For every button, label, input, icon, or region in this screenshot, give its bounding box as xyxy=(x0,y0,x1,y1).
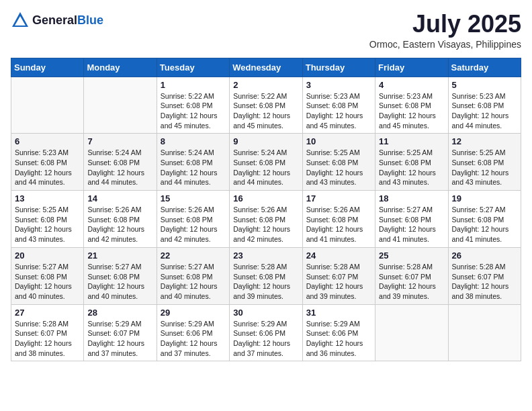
calendar-cell: 24Sunrise: 5:28 AMSunset: 6:07 PMDayligh… xyxy=(302,247,375,304)
day-detail: Sunrise: 5:28 AMSunset: 6:07 PMDaylight:… xyxy=(306,262,371,302)
calendar-cell: 22Sunrise: 5:27 AMSunset: 6:08 PMDayligh… xyxy=(157,247,229,304)
day-number: 10 xyxy=(306,136,371,146)
day-detail: Sunrise: 5:26 AMSunset: 6:08 PMDaylight:… xyxy=(233,205,298,244)
day-detail: Sunrise: 5:24 AMSunset: 6:08 PMDaylight:… xyxy=(161,148,226,187)
day-detail: Sunrise: 5:23 AMSunset: 6:08 PMDaylight:… xyxy=(379,91,444,131)
day-detail: Sunrise: 5:26 AMSunset: 6:08 PMDaylight:… xyxy=(87,205,152,244)
day-number: 14 xyxy=(87,193,152,203)
day-number: 21 xyxy=(87,250,152,261)
calendar-week-row: 20Sunrise: 5:27 AMSunset: 6:08 PMDayligh… xyxy=(11,247,521,304)
col-header-tuesday: Tuesday xyxy=(157,58,229,77)
calendar-cell: 25Sunrise: 5:28 AMSunset: 6:07 PMDayligh… xyxy=(375,247,448,304)
day-number: 8 xyxy=(161,136,226,146)
calendar-cell xyxy=(11,77,84,134)
day-detail: Sunrise: 5:24 AMSunset: 6:08 PMDaylight:… xyxy=(87,148,152,187)
col-header-sunday: Sunday xyxy=(11,58,84,77)
day-number: 3 xyxy=(306,80,371,90)
location-subtitle: Ormoc, Eastern Visayas, Philippines xyxy=(369,39,521,50)
calendar-week-row: 13Sunrise: 5:25 AMSunset: 6:08 PMDayligh… xyxy=(11,191,521,248)
day-number: 24 xyxy=(306,250,371,261)
day-detail: Sunrise: 5:28 AMSunset: 6:08 PMDaylight:… xyxy=(233,262,298,302)
logo-blue-text: Blue xyxy=(77,13,103,27)
calendar-cell: 27Sunrise: 5:28 AMSunset: 6:07 PMDayligh… xyxy=(11,304,84,361)
day-number: 18 xyxy=(379,193,444,203)
day-number: 25 xyxy=(379,250,444,261)
day-detail: Sunrise: 5:29 AMSunset: 6:06 PMDaylight:… xyxy=(306,319,371,359)
day-detail: Sunrise: 5:22 AMSunset: 6:08 PMDaylight:… xyxy=(161,91,226,131)
calendar-cell: 3Sunrise: 5:23 AMSunset: 6:08 PMDaylight… xyxy=(302,77,375,134)
title-block: July 2025 Ormoc, Eastern Visayas, Philip… xyxy=(369,11,521,50)
day-detail: Sunrise: 5:27 AMSunset: 6:08 PMDaylight:… xyxy=(161,262,226,302)
calendar-cell: 15Sunrise: 5:26 AMSunset: 6:08 PMDayligh… xyxy=(157,191,229,248)
page-header: GeneralBlue July 2025 Ormoc, Eastern Vis… xyxy=(11,11,521,50)
col-header-friday: Friday xyxy=(375,58,448,77)
day-detail: Sunrise: 5:23 AMSunset: 6:08 PMDaylight:… xyxy=(306,91,371,131)
day-number: 27 xyxy=(15,308,80,318)
day-number: 2 xyxy=(233,80,298,90)
calendar-cell: 21Sunrise: 5:27 AMSunset: 6:08 PMDayligh… xyxy=(84,247,157,304)
calendar-cell: 17Sunrise: 5:26 AMSunset: 6:08 PMDayligh… xyxy=(302,191,375,248)
day-detail: Sunrise: 5:27 AMSunset: 6:08 PMDaylight:… xyxy=(452,205,517,244)
day-number: 11 xyxy=(379,136,444,146)
day-detail: Sunrise: 5:28 AMSunset: 6:07 PMDaylight:… xyxy=(379,262,444,302)
day-detail: Sunrise: 5:29 AMSunset: 6:07 PMDaylight:… xyxy=(87,319,152,359)
col-header-thursday: Thursday xyxy=(302,58,375,77)
day-detail: Sunrise: 5:25 AMSunset: 6:08 PMDaylight:… xyxy=(306,148,371,187)
calendar-cell: 19Sunrise: 5:27 AMSunset: 6:08 PMDayligh… xyxy=(448,191,521,248)
day-number: 5 xyxy=(452,80,517,90)
calendar-header-row: SundayMondayTuesdayWednesdayThursdayFrid… xyxy=(11,58,521,77)
day-number: 16 xyxy=(233,193,298,203)
day-detail: Sunrise: 5:28 AMSunset: 6:07 PMDaylight:… xyxy=(452,262,517,302)
day-detail: Sunrise: 5:26 AMSunset: 6:08 PMDaylight:… xyxy=(161,205,226,244)
calendar-cell: 8Sunrise: 5:24 AMSunset: 6:08 PMDaylight… xyxy=(157,134,229,191)
calendar-week-row: 6Sunrise: 5:23 AMSunset: 6:08 PMDaylight… xyxy=(11,134,521,191)
day-detail: Sunrise: 5:23 AMSunset: 6:08 PMDaylight:… xyxy=(15,148,80,187)
day-detail: Sunrise: 5:26 AMSunset: 6:08 PMDaylight:… xyxy=(306,205,371,244)
day-detail: Sunrise: 5:24 AMSunset: 6:08 PMDaylight:… xyxy=(233,148,298,187)
calendar-cell: 28Sunrise: 5:29 AMSunset: 6:07 PMDayligh… xyxy=(84,304,157,361)
col-header-monday: Monday xyxy=(84,58,157,77)
calendar-cell xyxy=(84,77,157,134)
day-detail: Sunrise: 5:23 AMSunset: 6:08 PMDaylight:… xyxy=(452,91,517,131)
day-number: 15 xyxy=(161,193,226,203)
day-number: 17 xyxy=(306,193,371,203)
calendar-cell: 20Sunrise: 5:27 AMSunset: 6:08 PMDayligh… xyxy=(11,247,84,304)
logo-icon xyxy=(11,11,30,30)
calendar-cell: 6Sunrise: 5:23 AMSunset: 6:08 PMDaylight… xyxy=(11,134,84,191)
logo-general-text: General xyxy=(32,13,77,27)
calendar-cell: 5Sunrise: 5:23 AMSunset: 6:08 PMDaylight… xyxy=(448,77,521,134)
logo: GeneralBlue xyxy=(11,11,103,30)
calendar-cell: 31Sunrise: 5:29 AMSunset: 6:06 PMDayligh… xyxy=(302,304,375,361)
day-detail: Sunrise: 5:25 AMSunset: 6:08 PMDaylight:… xyxy=(15,205,80,244)
calendar-cell: 2Sunrise: 5:22 AMSunset: 6:08 PMDaylight… xyxy=(230,77,302,134)
col-header-wednesday: Wednesday xyxy=(230,58,302,77)
day-detail: Sunrise: 5:27 AMSunset: 6:08 PMDaylight:… xyxy=(379,205,444,244)
calendar-cell: 7Sunrise: 5:24 AMSunset: 6:08 PMDaylight… xyxy=(84,134,157,191)
day-number: 19 xyxy=(452,193,517,203)
day-detail: Sunrise: 5:29 AMSunset: 6:06 PMDaylight:… xyxy=(233,319,298,359)
day-number: 22 xyxy=(161,250,226,261)
calendar-cell: 29Sunrise: 5:29 AMSunset: 6:06 PMDayligh… xyxy=(157,304,229,361)
day-number: 31 xyxy=(306,308,371,318)
calendar-cell: 10Sunrise: 5:25 AMSunset: 6:08 PMDayligh… xyxy=(302,134,375,191)
calendar-cell: 16Sunrise: 5:26 AMSunset: 6:08 PMDayligh… xyxy=(230,191,302,248)
day-number: 4 xyxy=(379,80,444,90)
day-number: 7 xyxy=(87,136,152,146)
day-number: 13 xyxy=(15,193,80,203)
day-number: 29 xyxy=(161,308,226,318)
day-detail: Sunrise: 5:22 AMSunset: 6:08 PMDaylight:… xyxy=(233,91,298,131)
day-number: 30 xyxy=(233,308,298,318)
calendar-cell xyxy=(448,304,521,361)
day-detail: Sunrise: 5:27 AMSunset: 6:08 PMDaylight:… xyxy=(15,262,80,302)
calendar-cell: 13Sunrise: 5:25 AMSunset: 6:08 PMDayligh… xyxy=(11,191,84,248)
calendar-cell: 14Sunrise: 5:26 AMSunset: 6:08 PMDayligh… xyxy=(84,191,157,248)
day-number: 28 xyxy=(87,308,152,318)
calendar-cell: 1Sunrise: 5:22 AMSunset: 6:08 PMDaylight… xyxy=(157,77,229,134)
calendar-cell: 4Sunrise: 5:23 AMSunset: 6:08 PMDaylight… xyxy=(375,77,448,134)
calendar-cell: 11Sunrise: 5:25 AMSunset: 6:08 PMDayligh… xyxy=(375,134,448,191)
calendar-cell: 30Sunrise: 5:29 AMSunset: 6:06 PMDayligh… xyxy=(230,304,302,361)
day-detail: Sunrise: 5:29 AMSunset: 6:06 PMDaylight:… xyxy=(161,319,226,359)
calendar-cell: 18Sunrise: 5:27 AMSunset: 6:08 PMDayligh… xyxy=(375,191,448,248)
day-number: 20 xyxy=(15,250,80,261)
calendar-cell: 9Sunrise: 5:24 AMSunset: 6:08 PMDaylight… xyxy=(230,134,302,191)
